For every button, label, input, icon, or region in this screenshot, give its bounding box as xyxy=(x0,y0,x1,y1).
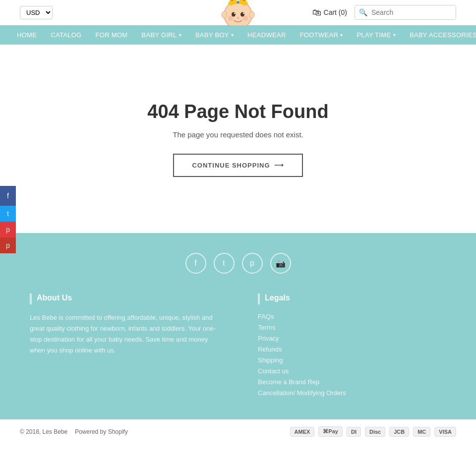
diners-icon: DI xyxy=(347,427,361,437)
cart-label: Cart xyxy=(324,8,337,16)
list-item: Refunds xyxy=(258,345,446,353)
mastercard-icon: MC xyxy=(413,427,430,437)
svg-point-13 xyxy=(249,11,254,18)
nav-baby-girl-label: BABY GIRL xyxy=(141,31,177,39)
visa-icon: VISA xyxy=(434,427,456,437)
list-item: Contact us xyxy=(258,367,446,375)
pinterest-icon: p xyxy=(250,259,254,268)
footer-facebook-icon[interactable]: f xyxy=(185,253,206,274)
svg-point-0 xyxy=(224,1,252,29)
svg-point-12 xyxy=(222,11,227,18)
nav-baby-boy-label: BABY BOY xyxy=(195,31,229,39)
currency-selector[interactable]: USD EUR GBP xyxy=(20,6,53,19)
svg-point-8 xyxy=(243,13,244,14)
cart-link[interactable]: 🛍 Cart (0) xyxy=(312,7,347,18)
nav-headwear[interactable]: HEADWEAR xyxy=(240,25,293,45)
list-item: FAQs xyxy=(258,312,446,320)
brand-rep-link[interactable]: Become a Brand Rep xyxy=(258,378,319,386)
refunds-link[interactable]: Refunds xyxy=(258,346,282,353)
nav-play-time[interactable]: PLAY TIME ▾ xyxy=(350,25,403,45)
footer: f t p 📷 About Us Les Bebe is committed t… xyxy=(0,233,476,444)
twitter-sidebar-button[interactable]: t xyxy=(0,206,16,222)
jcb-icon: JCB xyxy=(389,427,409,437)
list-item: Privacy xyxy=(258,334,446,342)
chevron-down-icon: ▾ xyxy=(393,32,396,38)
nav-home[interactable]: HOME xyxy=(10,25,44,45)
svg-point-3 xyxy=(237,1,239,4)
nav-baby-accessories[interactable]: BABY ACCESSORIES ▾ xyxy=(403,25,476,45)
list-item: Cancellation/ Modifying Orders xyxy=(258,389,446,397)
footer-about-text: Les Bebe is committed to offering afford… xyxy=(30,312,218,356)
continue-shopping-button[interactable]: CONTINUE SHOPPING ⟶ xyxy=(173,154,302,177)
main-content: 404 Page Not Found The page you requeste… xyxy=(0,45,476,233)
footer-columns: About Us Les Bebe is committed to offeri… xyxy=(30,293,446,419)
shipping-link[interactable]: Shipping xyxy=(258,356,283,364)
error-message: The page you requested does not exist. xyxy=(173,130,303,139)
nav-baby-boy[interactable]: BABY BOY ▾ xyxy=(188,25,240,45)
search-wrapper: 🔍 xyxy=(355,5,456,20)
search-input[interactable] xyxy=(371,5,456,19)
svg-point-10 xyxy=(243,16,248,21)
nav-play-time-label: PLAY TIME xyxy=(357,31,391,39)
footer-legals-title: Legals xyxy=(258,293,446,304)
search-icon-button[interactable]: 🔍 xyxy=(355,5,371,19)
cart-text: Cart (0) xyxy=(324,8,347,16)
footer-top: f t p 📷 About Us Les Bebe is committed t… xyxy=(0,233,476,419)
footer-twitter-icon[interactable]: t xyxy=(214,253,235,274)
footer-about-title: About Us xyxy=(30,293,218,304)
svg-point-11 xyxy=(237,17,239,19)
chevron-down-icon: ▾ xyxy=(340,32,343,38)
privacy-link[interactable]: Privacy xyxy=(258,335,279,342)
footer-legals-column: Legals FAQs Terms Privacy Refunds Shippi… xyxy=(258,293,446,400)
chevron-down-icon: ▾ xyxy=(179,32,181,38)
nav-baby-girl[interactable]: BABY GIRL ▾ xyxy=(134,25,188,45)
footer-copyright: © 2018, Les Bebe Powered by Shopify xyxy=(20,428,128,435)
svg-point-6 xyxy=(240,12,244,17)
pinterest-sidebar-button-1[interactable]: p xyxy=(0,222,16,237)
footer-about-column: About Us Les Bebe is committed to offeri… xyxy=(30,293,218,400)
list-item: Become a Brand Rep xyxy=(258,378,446,386)
navbar: HOME CATALOG FOR MOM BABY GIRL ▾ BABY BO… xyxy=(0,25,476,45)
cart-icon: 🛍 xyxy=(312,7,321,18)
list-item: Shipping xyxy=(258,356,446,364)
cart-count: 0 xyxy=(341,8,345,16)
list-item: Terms xyxy=(258,323,446,331)
cancellation-link[interactable]: Cancellation/ Modifying Orders xyxy=(258,389,346,397)
nav-baby-accessories-label: BABY ACCESSORIES xyxy=(410,31,476,39)
footer-social-icons: f t p 📷 xyxy=(30,253,446,274)
facebook-sidebar-button[interactable]: f xyxy=(0,186,16,206)
arrow-icon: ⟶ xyxy=(274,162,284,169)
header-right: 🛍 Cart (0) 🔍 xyxy=(312,5,456,20)
footer-legal-links: FAQs Terms Privacy Refunds Shipping Cont… xyxy=(258,312,446,397)
svg-point-7 xyxy=(234,13,235,14)
copyright-text: © 2018, Les Bebe xyxy=(20,428,67,435)
discover-icon: Disc xyxy=(365,427,385,437)
chevron-down-icon: ▾ xyxy=(231,32,234,38)
terms-link[interactable]: Terms xyxy=(258,324,275,331)
footer-bottom: © 2018, Les Bebe Powered by Shopify AMEX… xyxy=(0,419,476,444)
contact-link[interactable]: Contact us xyxy=(258,367,289,375)
facebook-icon: f xyxy=(194,259,196,268)
footer-pinterest-icon[interactable]: p xyxy=(242,253,263,274)
apple-pay-icon: ⌘Pay xyxy=(318,426,343,437)
svg-point-9 xyxy=(228,16,233,21)
social-sidebar: f t p p xyxy=(0,186,16,253)
footer-instagram-icon[interactable]: 📷 xyxy=(270,253,291,274)
nav-catalog[interactable]: CATALOG xyxy=(44,25,88,45)
continue-label: CONTINUE SHOPPING xyxy=(192,162,270,169)
error-title: 404 Page Not Found xyxy=(147,101,328,122)
header: USD EUR GBP xyxy=(0,0,476,25)
faqs-link[interactable]: FAQs xyxy=(258,313,274,320)
svg-point-5 xyxy=(232,12,236,17)
twitter-icon: t xyxy=(223,259,225,268)
amex-icon: AMEX xyxy=(290,427,315,437)
header-left: USD EUR GBP xyxy=(20,6,53,19)
nav-footwear[interactable]: FOOTWEAR ▾ xyxy=(293,25,350,45)
nav-for-mom[interactable]: FOR MOM xyxy=(89,25,135,45)
payment-icons: AMEX ⌘Pay DI Disc JCB MC VISA xyxy=(290,426,456,437)
pinterest-sidebar-button-2[interactable]: p xyxy=(0,237,16,253)
powered-by-shopify-link[interactable]: Powered by Shopify xyxy=(75,428,128,435)
instagram-icon: 📷 xyxy=(276,259,286,268)
nav-footwear-label: FOOTWEAR xyxy=(300,31,339,39)
